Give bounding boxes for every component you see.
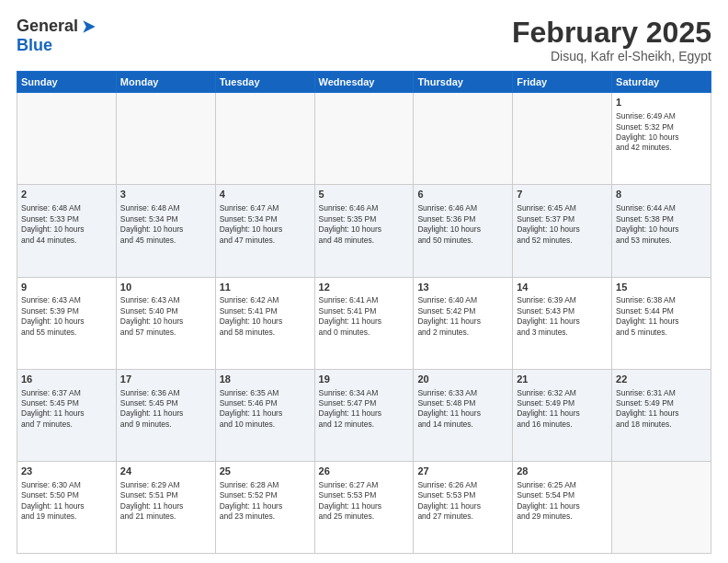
calendar-cell: 21Sunrise: 6:32 AM Sunset: 5:49 PM Dayli…: [513, 369, 612, 461]
calendar-cell: 22Sunrise: 6:31 AM Sunset: 5:49 PM Dayli…: [612, 369, 711, 461]
logo-general: General: [17, 17, 78, 36]
cell-content: Sunrise: 6:48 AM Sunset: 5:33 PM Dayligh…: [21, 203, 112, 246]
day-number: 17: [120, 373, 211, 386]
calendar-table: SundayMondayTuesdayWednesdayThursdayFrid…: [17, 71, 711, 554]
cell-content: Sunrise: 6:43 AM Sunset: 5:40 PM Dayligh…: [120, 295, 211, 338]
day-number: 28: [517, 465, 608, 478]
calendar-cell: 17Sunrise: 6:36 AM Sunset: 5:45 PM Dayli…: [116, 369, 215, 461]
weekday-header-thursday: Thursday: [414, 72, 513, 93]
calendar-week-row: 9Sunrise: 6:43 AM Sunset: 5:39 PM Daylig…: [17, 277, 711, 369]
cell-content: Sunrise: 6:26 AM Sunset: 5:53 PM Dayligh…: [417, 480, 508, 523]
cell-content: Sunrise: 6:27 AM Sunset: 5:53 PM Dayligh…: [319, 480, 410, 523]
calendar-cell: 14Sunrise: 6:39 AM Sunset: 5:43 PM Dayli…: [513, 277, 612, 369]
cell-content: Sunrise: 6:41 AM Sunset: 5:41 PM Dayligh…: [319, 295, 410, 338]
day-number: 1: [616, 96, 707, 109]
calendar-cell: 13Sunrise: 6:40 AM Sunset: 5:42 PM Dayli…: [414, 277, 513, 369]
calendar-cell: 11Sunrise: 6:42 AM Sunset: 5:41 PM Dayli…: [215, 277, 314, 369]
logo: General Blue: [17, 17, 98, 55]
day-number: 8: [616, 188, 707, 201]
weekday-header-friday: Friday: [513, 72, 612, 93]
cell-content: Sunrise: 6:40 AM Sunset: 5:42 PM Dayligh…: [417, 295, 508, 338]
calendar-cell: 18Sunrise: 6:35 AM Sunset: 5:46 PM Dayli…: [215, 369, 314, 461]
weekday-header-sunday: Sunday: [17, 72, 117, 93]
day-number: 19: [319, 373, 410, 386]
logo-arrow-icon: [80, 17, 98, 36]
calendar-cell: [215, 93, 314, 185]
calendar-cell: 9Sunrise: 6:43 AM Sunset: 5:39 PM Daylig…: [17, 277, 117, 369]
cell-content: Sunrise: 6:37 AM Sunset: 5:45 PM Dayligh…: [21, 388, 112, 431]
cell-content: Sunrise: 6:31 AM Sunset: 5:49 PM Dayligh…: [616, 388, 707, 431]
calendar-cell: 12Sunrise: 6:41 AM Sunset: 5:41 PM Dayli…: [314, 277, 414, 369]
calendar-cell: 20Sunrise: 6:33 AM Sunset: 5:48 PM Dayli…: [414, 369, 513, 461]
day-number: 6: [417, 188, 508, 201]
calendar-cell: 26Sunrise: 6:27 AM Sunset: 5:53 PM Dayli…: [314, 461, 414, 553]
calendar-cell: 6Sunrise: 6:46 AM Sunset: 5:36 PM Daylig…: [414, 185, 513, 277]
calendar-cell: 23Sunrise: 6:30 AM Sunset: 5:50 PM Dayli…: [17, 461, 117, 553]
cell-content: Sunrise: 6:33 AM Sunset: 5:48 PM Dayligh…: [417, 388, 508, 431]
calendar-cell: 8Sunrise: 6:44 AM Sunset: 5:38 PM Daylig…: [612, 185, 711, 277]
title-section: February 2025 Disuq, Kafr el-Sheikh, Egy…: [512, 17, 711, 63]
calendar-cell: 25Sunrise: 6:28 AM Sunset: 5:52 PM Dayli…: [215, 461, 314, 553]
calendar-cell: 27Sunrise: 6:26 AM Sunset: 5:53 PM Dayli…: [414, 461, 513, 553]
day-number: 7: [517, 188, 608, 201]
cell-content: Sunrise: 6:25 AM Sunset: 5:54 PM Dayligh…: [517, 480, 608, 523]
weekday-header-saturday: Saturday: [612, 72, 711, 93]
calendar-week-row: 23Sunrise: 6:30 AM Sunset: 5:50 PM Dayli…: [17, 461, 711, 553]
day-number: 11: [220, 281, 311, 294]
day-number: 23: [21, 465, 112, 478]
calendar-week-row: 1Sunrise: 6:49 AM Sunset: 5:32 PM Daylig…: [17, 93, 711, 185]
day-number: 15: [616, 281, 707, 294]
cell-content: Sunrise: 6:29 AM Sunset: 5:51 PM Dayligh…: [120, 480, 211, 523]
cell-content: Sunrise: 6:34 AM Sunset: 5:47 PM Dayligh…: [319, 388, 410, 431]
subtitle: Disuq, Kafr el-Sheikh, Egypt: [512, 49, 711, 63]
cell-content: Sunrise: 6:36 AM Sunset: 5:45 PM Dayligh…: [120, 388, 211, 431]
calendar-cell: 16Sunrise: 6:37 AM Sunset: 5:45 PM Dayli…: [17, 369, 117, 461]
cell-content: Sunrise: 6:38 AM Sunset: 5:44 PM Dayligh…: [616, 295, 707, 338]
calendar-cell: [17, 93, 117, 185]
cell-content: Sunrise: 6:32 AM Sunset: 5:49 PM Dayligh…: [517, 388, 608, 431]
cell-content: Sunrise: 6:42 AM Sunset: 5:41 PM Dayligh…: [220, 295, 311, 338]
cell-content: Sunrise: 6:45 AM Sunset: 5:37 PM Dayligh…: [517, 203, 608, 246]
day-number: 26: [319, 465, 410, 478]
weekday-header-tuesday: Tuesday: [215, 72, 314, 93]
day-number: 27: [417, 465, 508, 478]
cell-content: Sunrise: 6:30 AM Sunset: 5:50 PM Dayligh…: [21, 480, 112, 523]
calendar-week-row: 2Sunrise: 6:48 AM Sunset: 5:33 PM Daylig…: [17, 185, 711, 277]
logo-blue: Blue: [17, 36, 52, 54]
cell-content: Sunrise: 6:47 AM Sunset: 5:34 PM Dayligh…: [220, 203, 311, 246]
cell-content: Sunrise: 6:39 AM Sunset: 5:43 PM Dayligh…: [517, 295, 608, 338]
calendar-cell: 28Sunrise: 6:25 AM Sunset: 5:54 PM Dayli…: [513, 461, 612, 553]
weekday-header-wednesday: Wednesday: [314, 72, 414, 93]
cell-content: Sunrise: 6:49 AM Sunset: 5:32 PM Dayligh…: [616, 111, 707, 154]
calendar-cell: [513, 93, 612, 185]
cell-content: Sunrise: 6:46 AM Sunset: 5:35 PM Dayligh…: [319, 203, 410, 246]
cell-content: Sunrise: 6:43 AM Sunset: 5:39 PM Dayligh…: [21, 295, 112, 338]
day-number: 13: [417, 281, 508, 294]
calendar-cell: 3Sunrise: 6:48 AM Sunset: 5:34 PM Daylig…: [116, 185, 215, 277]
page: General Blue February 2025 Disuq, Kafr e…: [0, 0, 728, 563]
calendar-cell: [314, 93, 414, 185]
calendar-header-row: SundayMondayTuesdayWednesdayThursdayFrid…: [17, 72, 711, 93]
cell-content: Sunrise: 6:35 AM Sunset: 5:46 PM Dayligh…: [220, 388, 311, 431]
header: General Blue February 2025 Disuq, Kafr e…: [17, 17, 711, 63]
logo-text: General: [17, 17, 98, 36]
day-number: 16: [21, 373, 112, 386]
day-number: 10: [120, 281, 211, 294]
weekday-header-monday: Monday: [116, 72, 215, 93]
day-number: 3: [120, 188, 211, 201]
calendar-cell: 2Sunrise: 6:48 AM Sunset: 5:33 PM Daylig…: [17, 185, 117, 277]
day-number: 21: [517, 373, 608, 386]
cell-content: Sunrise: 6:48 AM Sunset: 5:34 PM Dayligh…: [120, 203, 211, 246]
calendar-cell: [612, 461, 711, 553]
calendar-cell: 1Sunrise: 6:49 AM Sunset: 5:32 PM Daylig…: [612, 93, 711, 185]
day-number: 4: [220, 188, 311, 201]
calendar-cell: [414, 93, 513, 185]
day-number: 2: [21, 188, 112, 201]
calendar-cell: 7Sunrise: 6:45 AM Sunset: 5:37 PM Daylig…: [513, 185, 612, 277]
day-number: 5: [319, 188, 410, 201]
day-number: 14: [517, 281, 608, 294]
day-number: 12: [319, 281, 410, 294]
calendar-week-row: 16Sunrise: 6:37 AM Sunset: 5:45 PM Dayli…: [17, 369, 711, 461]
calendar-cell: 5Sunrise: 6:46 AM Sunset: 5:35 PM Daylig…: [314, 185, 414, 277]
calendar-cell: 24Sunrise: 6:29 AM Sunset: 5:51 PM Dayli…: [116, 461, 215, 553]
